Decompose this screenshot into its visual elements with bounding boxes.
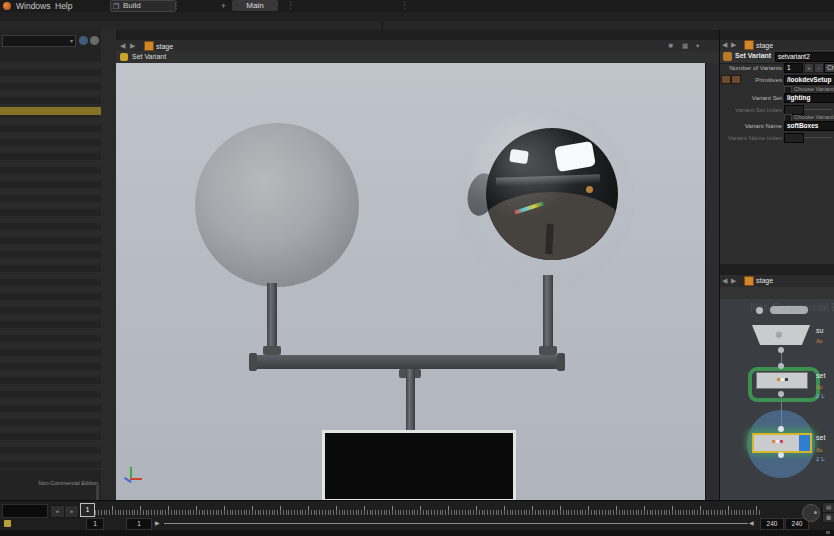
parameter-header: Set Variant setvariant2: [720, 50, 834, 64]
forward-icon[interactable]: ▶: [731, 277, 736, 285]
variant-name-index-field[interactable]: [784, 133, 804, 143]
timeline-display: [2, 504, 48, 518]
back-icon[interactable]: ◀: [722, 277, 727, 285]
crossbar-cap-right: [557, 353, 565, 371]
param-row-number-of-variants: Number of Variants 1 + − Crea: [720, 63, 834, 73]
divider-dots: ⋮: [400, 0, 409, 10]
range-handle-right[interactable]: ◀: [749, 519, 754, 526]
viewport-right-toolbar: [705, 63, 720, 500]
slider-groove[interactable]: [804, 137, 832, 138]
node-body: [754, 435, 799, 451]
playback-jog-knob[interactable]: [802, 504, 820, 522]
edition-label: Non-Commercial Edition: [0, 480, 98, 486]
node-layers-label: 2 L: [816, 392, 825, 399]
node-setvariant-1[interactable]: [756, 372, 808, 389]
grid-icon[interactable]: ▦: [682, 42, 688, 50]
add-workspace-button[interactable]: +: [221, 1, 226, 11]
primitives-field[interactable]: /lookdevSetup: [784, 75, 834, 85]
stand-crossbar[interactable]: [253, 355, 561, 369]
glass-sphere[interactable]: [455, 109, 635, 289]
node-label: set: [816, 434, 825, 441]
center-stand-post[interactable]: [406, 369, 415, 431]
forward-icon[interactable]: ▶: [130, 42, 135, 50]
axis-gizmo-x: [130, 478, 142, 480]
chevron-down-icon[interactable]: ▾: [696, 42, 699, 50]
variant-set-field[interactable]: lighting: [784, 93, 834, 103]
setvariant-node-icon: [772, 440, 783, 443]
scene-viewport[interactable]: [116, 63, 705, 500]
range-start-field[interactable]: 1: [86, 518, 104, 530]
viewport-tool-column: [101, 30, 117, 500]
shelf-tabs-left: [14, 12, 382, 21]
add-variant-button[interactable]: +: [804, 63, 814, 73]
state-label: Set Variant: [132, 53, 166, 60]
range-slider-groove[interactable]: [164, 523, 748, 524]
node-connector[interactable]: [756, 307, 763, 314]
back-icon[interactable]: ◀: [120, 42, 125, 50]
variant-name-field[interactable]: softBoxes: [784, 121, 834, 131]
node-connector[interactable]: [778, 363, 784, 369]
path-chip[interactable]: stage: [744, 276, 773, 285]
resize-grip-icon: [826, 531, 830, 534]
houdini-logo-icon: [3, 2, 11, 10]
display-flag[interactable]: [799, 435, 810, 451]
desktop-selector[interactable]: ❐ Build: [110, 0, 176, 12]
node-name-field[interactable]: setvariant2: [775, 52, 834, 62]
network-editor[interactable]: Non Commercial Edition ✻ su /lo set /lo: [720, 299, 834, 500]
menu-help[interactable]: Help: [55, 1, 72, 11]
forward-icon[interactable]: ▶: [731, 41, 736, 49]
shelf-tabs-right: [385, 12, 834, 21]
prev-keyframe-button[interactable]: «: [50, 505, 65, 518]
network-tab-bar: [720, 264, 834, 275]
left-panel-dropdown[interactable]: ▾: [2, 35, 76, 47]
left-panel-list[interactable]: [0, 55, 101, 470]
stage-node-icon: [144, 41, 154, 51]
filter-icon[interactable]: [90, 36, 99, 45]
play-start-field[interactable]: 1: [126, 518, 152, 530]
right-panel: ◀ ▶ stage Set Variant setvariant2 Number…: [719, 30, 834, 500]
range-handle-left[interactable]: ▶: [155, 519, 160, 526]
keyframe-icon[interactable]: [4, 520, 11, 527]
node-setvariant-2[interactable]: [752, 433, 812, 453]
node-type-icon: [723, 52, 732, 61]
menu-windows[interactable]: Windows: [16, 1, 50, 11]
node-label: su: [816, 327, 823, 334]
parameters-tab-bar: [720, 30, 834, 40]
partial-node[interactable]: [770, 306, 808, 314]
create-button[interactable]: Crea: [824, 63, 834, 73]
node-connector[interactable]: [778, 452, 784, 458]
window-icon: ❐: [113, 2, 119, 12]
back-icon[interactable]: ◀: [722, 41, 727, 49]
remove-variant-button[interactable]: −: [814, 63, 824, 73]
node-connector[interactable]: [778, 426, 784, 432]
sublayer-icon: ✻: [775, 329, 783, 341]
stage-node-icon: [744, 40, 754, 50]
node-path-label: /lo: [816, 337, 823, 344]
slider-groove[interactable]: [804, 109, 832, 110]
list-item-selected[interactable]: [0, 107, 101, 115]
node-layers-label: 2 L: [816, 455, 825, 462]
shelf-tools-left: [2, 21, 380, 30]
param-row-variant-set: Variant Set lighting: [720, 93, 834, 103]
globe-icon[interactable]: [79, 36, 88, 45]
next-keyframe-button[interactable]: »: [64, 505, 79, 518]
timeline-ruler-ticks[interactable]: [84, 510, 760, 515]
playbar-layout-button[interactable]: ▦: [822, 512, 834, 523]
num-variants-field[interactable]: 1: [784, 63, 803, 73]
play-end-field[interactable]: 240: [760, 518, 784, 530]
gray-sphere[interactable]: [195, 123, 359, 287]
param-row-variant-name-index: Variant Name Index: [720, 133, 834, 143]
left-stand-post[interactable]: [267, 283, 277, 355]
right-stand-post[interactable]: [543, 275, 553, 355]
current-frame-marker[interactable]: 1: [80, 503, 95, 517]
houdini-window: Windows Help ❐ Build ⋮ + Main ⋮ ⋮ ▾ Non-…: [0, 0, 834, 536]
chevron-down-icon: ▾: [70, 37, 73, 44]
setvariant-node-icon: [777, 378, 788, 381]
node-sublayer[interactable]: ✻: [752, 325, 810, 345]
path-chip[interactable]: stage: [144, 42, 173, 51]
path-chip[interactable]: stage: [744, 41, 773, 50]
color-checker-chart[interactable]: [322, 430, 516, 500]
snapshot-icon[interactable]: ✱: [668, 42, 673, 50]
right-stand-collar: [539, 346, 557, 355]
workspace-tab[interactable]: Main: [232, 0, 278, 11]
